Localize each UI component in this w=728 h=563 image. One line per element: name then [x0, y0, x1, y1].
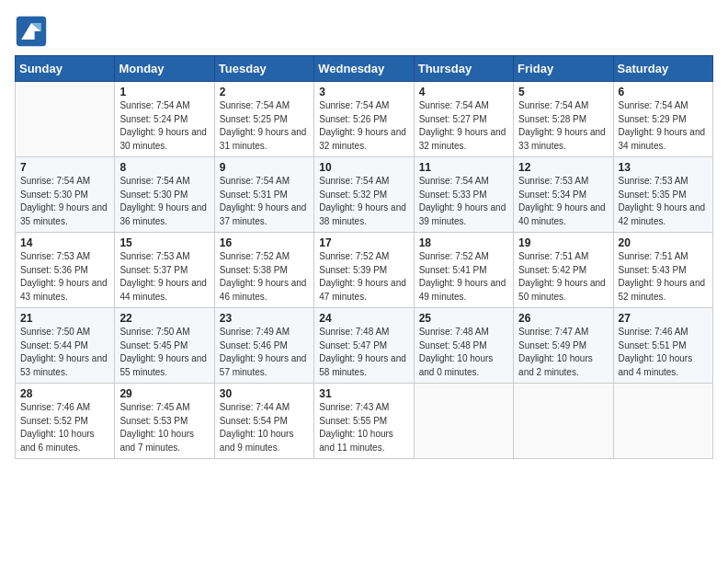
- calendar-cell: 14Sunrise: 7:53 AMSunset: 5:36 PMDayligh…: [16, 233, 115, 308]
- day-info: Sunrise: 7:53 AMSunset: 5:37 PMDaylight:…: [119, 250, 209, 304]
- calendar-cell: 4Sunrise: 7:54 AMSunset: 5:27 PMDaylight…: [414, 82, 513, 157]
- day-number: 3: [319, 86, 408, 98]
- calendar-cell: 30Sunrise: 7:44 AMSunset: 5:54 PMDayligh…: [214, 384, 313, 459]
- day-number: 30: [220, 387, 309, 400]
- day-info: Sunrise: 7:51 AMSunset: 5:42 PMDaylight:…: [518, 250, 608, 304]
- day-number: 27: [619, 312, 708, 325]
- calendar-cell: 31Sunrise: 7:43 AMSunset: 5:55 PMDayligh…: [314, 384, 414, 459]
- day-number: 18: [419, 236, 508, 249]
- day-number: 8: [119, 161, 209, 174]
- day-number: 29: [119, 387, 209, 400]
- day-info: Sunrise: 7:53 AMSunset: 5:36 PMDaylight:…: [20, 250, 109, 304]
- day-number: 19: [518, 236, 608, 249]
- column-header-thursday: Thursday: [414, 56, 513, 82]
- day-info: Sunrise: 7:54 AMSunset: 5:30 PMDaylight:…: [20, 175, 109, 228]
- day-number: 14: [20, 236, 109, 249]
- week-row-2: 7Sunrise: 7:54 AMSunset: 5:30 PMDaylight…: [16, 157, 713, 233]
- calendar-cell: 6Sunrise: 7:54 AMSunset: 5:29 PMDaylight…: [613, 82, 712, 157]
- calendar-cell: [514, 384, 613, 459]
- day-info: Sunrise: 7:54 AMSunset: 5:25 PMDaylight:…: [220, 99, 309, 153]
- day-number: 1: [119, 86, 209, 98]
- calendar-cell: [613, 384, 712, 459]
- calendar-cell: 15Sunrise: 7:53 AMSunset: 5:37 PMDayligh…: [115, 233, 214, 308]
- day-number: 6: [619, 86, 708, 98]
- calendar-cell: 17Sunrise: 7:52 AMSunset: 5:39 PMDayligh…: [314, 233, 414, 308]
- day-info: Sunrise: 7:54 AMSunset: 5:27 PMDaylight:…: [419, 99, 508, 153]
- calendar-cell: 8Sunrise: 7:54 AMSunset: 5:30 PMDaylight…: [115, 157, 214, 233]
- day-number: 7: [20, 161, 109, 174]
- day-number: 21: [20, 312, 109, 325]
- day-info: Sunrise: 7:48 AMSunset: 5:48 PMDaylight:…: [419, 326, 508, 379]
- calendar-cell: 16Sunrise: 7:52 AMSunset: 5:38 PMDayligh…: [214, 233, 313, 308]
- week-row-5: 28Sunrise: 7:46 AMSunset: 5:52 PMDayligh…: [16, 384, 713, 459]
- calendar-cell: [16, 82, 115, 157]
- calendar-cell: 12Sunrise: 7:53 AMSunset: 5:34 PMDayligh…: [514, 157, 613, 233]
- day-info: Sunrise: 7:51 AMSunset: 5:43 PMDaylight:…: [619, 250, 708, 304]
- day-number: 26: [518, 312, 608, 325]
- calendar-cell: 11Sunrise: 7:54 AMSunset: 5:33 PMDayligh…: [414, 157, 513, 233]
- day-info: Sunrise: 7:54 AMSunset: 5:33 PMDaylight:…: [419, 175, 508, 228]
- day-info: Sunrise: 7:43 AMSunset: 5:55 PMDaylight:…: [319, 401, 408, 454]
- calendar-header-row: SundayMondayTuesdayWednesdayThursdayFrid…: [16, 56, 713, 82]
- column-header-sunday: Sunday: [16, 56, 115, 82]
- calendar-cell: 21Sunrise: 7:50 AMSunset: 5:44 PMDayligh…: [16, 308, 115, 384]
- calendar-cell: 5Sunrise: 7:54 AMSunset: 5:28 PMDaylight…: [514, 82, 613, 157]
- week-row-1: 1Sunrise: 7:54 AMSunset: 5:24 PMDaylight…: [16, 82, 713, 157]
- calendar-cell: 24Sunrise: 7:48 AMSunset: 5:47 PMDayligh…: [314, 308, 414, 384]
- day-number: 4: [419, 86, 508, 98]
- day-number: 31: [319, 387, 408, 400]
- calendar-cell: 28Sunrise: 7:46 AMSunset: 5:52 PMDayligh…: [16, 384, 115, 459]
- calendar-cell: 1Sunrise: 7:54 AMSunset: 5:24 PMDaylight…: [115, 82, 214, 157]
- calendar-cell: 29Sunrise: 7:45 AMSunset: 5:53 PMDayligh…: [115, 384, 214, 459]
- calendar-cell: 23Sunrise: 7:49 AMSunset: 5:46 PMDayligh…: [214, 308, 313, 384]
- calendar-cell: 27Sunrise: 7:46 AMSunset: 5:51 PMDayligh…: [613, 308, 712, 384]
- day-info: Sunrise: 7:50 AMSunset: 5:45 PMDaylight:…: [119, 326, 209, 379]
- day-number: 28: [20, 387, 109, 400]
- calendar-cell: 3Sunrise: 7:54 AMSunset: 5:26 PMDaylight…: [314, 82, 414, 157]
- day-info: Sunrise: 7:53 AMSunset: 5:35 PMDaylight:…: [619, 175, 708, 228]
- day-number: 16: [220, 236, 309, 249]
- day-number: 24: [319, 312, 408, 325]
- calendar-cell: [414, 384, 513, 459]
- day-number: 11: [419, 161, 508, 174]
- column-header-tuesday: Tuesday: [214, 56, 313, 82]
- day-number: 15: [119, 236, 209, 249]
- calendar-cell: 2Sunrise: 7:54 AMSunset: 5:25 PMDaylight…: [214, 82, 313, 157]
- calendar-cell: 9Sunrise: 7:54 AMSunset: 5:31 PMDaylight…: [214, 157, 313, 233]
- day-number: 12: [518, 161, 608, 174]
- day-number: 10: [319, 161, 408, 174]
- column-header-friday: Friday: [514, 56, 613, 82]
- calendar-cell: 22Sunrise: 7:50 AMSunset: 5:45 PMDayligh…: [115, 308, 214, 384]
- logo: [15, 15, 53, 48]
- day-number: 17: [319, 236, 408, 249]
- header: [15, 15, 713, 48]
- column-header-saturday: Saturday: [613, 56, 712, 82]
- day-info: Sunrise: 7:52 AMSunset: 5:41 PMDaylight:…: [419, 250, 508, 304]
- calendar-cell: 13Sunrise: 7:53 AMSunset: 5:35 PMDayligh…: [613, 157, 712, 233]
- column-header-monday: Monday: [115, 56, 214, 82]
- week-row-3: 14Sunrise: 7:53 AMSunset: 5:36 PMDayligh…: [16, 233, 713, 308]
- column-header-wednesday: Wednesday: [314, 56, 414, 82]
- day-number: 22: [119, 312, 209, 325]
- week-row-4: 21Sunrise: 7:50 AMSunset: 5:44 PMDayligh…: [16, 308, 713, 384]
- day-info: Sunrise: 7:45 AMSunset: 5:53 PMDaylight:…: [119, 401, 209, 454]
- day-number: 2: [220, 86, 309, 98]
- day-number: 5: [518, 86, 608, 98]
- day-number: 9: [220, 161, 309, 174]
- day-number: 20: [619, 236, 708, 249]
- day-info: Sunrise: 7:46 AMSunset: 5:51 PMDaylight:…: [619, 326, 708, 379]
- day-info: Sunrise: 7:54 AMSunset: 5:32 PMDaylight:…: [319, 175, 408, 228]
- day-info: Sunrise: 7:54 AMSunset: 5:28 PMDaylight:…: [518, 99, 608, 153]
- day-info: Sunrise: 7:47 AMSunset: 5:49 PMDaylight:…: [518, 326, 608, 379]
- day-info: Sunrise: 7:54 AMSunset: 5:29 PMDaylight:…: [619, 99, 708, 153]
- day-info: Sunrise: 7:48 AMSunset: 5:47 PMDaylight:…: [319, 326, 408, 379]
- day-info: Sunrise: 7:49 AMSunset: 5:46 PMDaylight:…: [220, 326, 309, 379]
- calendar-cell: 19Sunrise: 7:51 AMSunset: 5:42 PMDayligh…: [514, 233, 613, 308]
- day-info: Sunrise: 7:52 AMSunset: 5:38 PMDaylight:…: [220, 250, 309, 304]
- day-info: Sunrise: 7:46 AMSunset: 5:52 PMDaylight:…: [20, 401, 109, 454]
- calendar-cell: 10Sunrise: 7:54 AMSunset: 5:32 PMDayligh…: [314, 157, 414, 233]
- day-info: Sunrise: 7:54 AMSunset: 5:30 PMDaylight:…: [119, 175, 209, 228]
- page-container: SundayMondayTuesdayWednesdayThursdayFrid…: [0, 0, 728, 468]
- day-info: Sunrise: 7:44 AMSunset: 5:54 PMDaylight:…: [220, 401, 309, 454]
- day-info: Sunrise: 7:54 AMSunset: 5:31 PMDaylight:…: [220, 175, 309, 228]
